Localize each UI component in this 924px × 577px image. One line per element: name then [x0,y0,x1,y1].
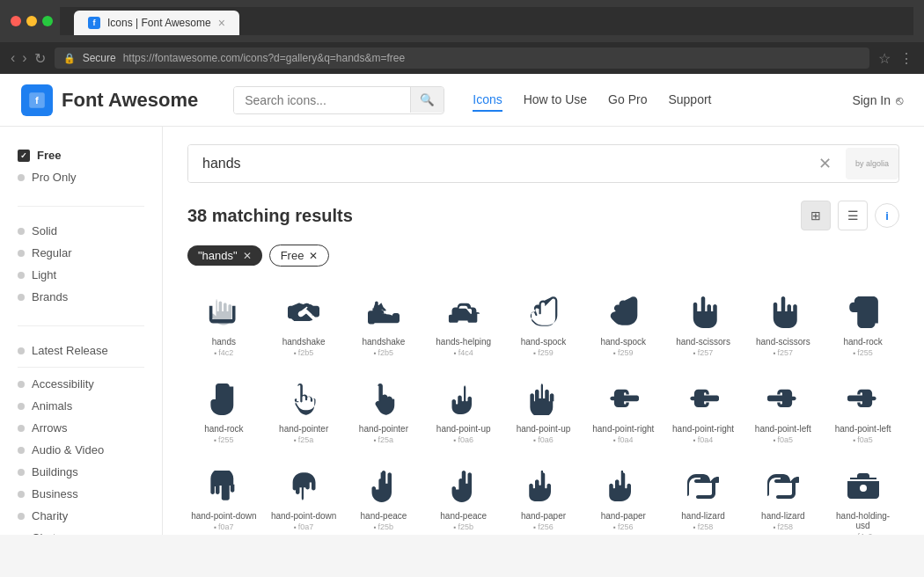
forward-button[interactable]: › [22,50,26,66]
filter-tag-free-close[interactable]: ✕ [309,250,318,262]
icon-item-hand-point-up-1[interactable]: hand-point-up ▪f0a6 [427,371,500,451]
icon-item-hands-helping[interactable]: hands-helping ▪f4c4 [427,284,500,364]
filter-regular[interactable]: Regular [0,242,162,264]
icon-item-hands[interactable]: hands ▪f4c2 [187,284,260,364]
hand-paper-1-icon-name: hand-paper [521,511,566,521]
animals-label: Animals [32,399,72,413]
tab-close-button[interactable]: × [218,16,225,30]
hand-lizard-1-icon-name: hand-lizard [681,511,724,521]
icon-item-hand-peace-1[interactable]: hand-peace ▪f25b [348,458,421,535]
filter-tag-hands[interactable]: "hands" ✕ [187,245,262,266]
filter-brands-label: Brands [32,290,68,303]
accessibility-dot [18,381,25,388]
animals-dot [18,403,25,410]
nav-how-to-use[interactable]: How to Use [524,89,587,112]
sidebar-item-business[interactable]: Business [0,483,162,505]
icon-item-hand-point-right-2[interactable]: hand-point-right ▪f0a4 [667,371,740,451]
hand-rock-1-icon-name: hand-rock [843,337,882,347]
nav-icons[interactable]: Icons [473,89,502,112]
close-button[interactable] [11,16,21,26]
hand-pointer-1-icon-code: ▪f25a [294,435,313,444]
free-checkbox[interactable] [18,150,30,162]
icon-item-hand-point-up-2[interactable]: hand-point-up ▪f0a6 [507,371,580,451]
sidebar-item-arrows[interactable]: Arrows [0,417,162,439]
back-button[interactable]: ‹ [11,50,15,66]
icon-item-hand-spock-2[interactable]: hand-spock ▪f259 [587,284,660,364]
reload-button[interactable]: ↻ [34,50,46,67]
info-button[interactable]: i [875,203,899,228]
main-search-bar[interactable]: ✕ by algolia [187,144,899,183]
icon-item-hand-pointer-1[interactable]: hand-pointer ▪f25a [268,371,341,451]
bookmark-icon[interactable]: ☆ [878,50,891,67]
icon-item-hand-spock-1[interactable]: hand-spock ▪f259 [507,284,580,364]
hand-scissors-icon-2 [764,293,803,332]
icon-item-hand-point-right-1[interactable]: hand-point-right ▪f0a4 [587,371,660,451]
audio-video-dot [18,447,25,454]
filter-light[interactable]: Light [0,264,162,286]
filter-tag-hands-close[interactable]: ✕ [243,250,252,262]
nav-support[interactable]: Support [668,89,711,112]
main-search-input[interactable] [188,145,804,182]
icon-item-hand-scissors-2[interactable]: hand-scissors ▪f257 [746,284,819,364]
main-nav: Icons How to Use Go Pro Support [473,89,711,112]
icon-item-hand-pointer-2[interactable]: hand-pointer ▪f25a [348,371,421,451]
sidebar-item-animals[interactable]: Animals [0,395,162,417]
filter-brands[interactable]: Brands [0,286,162,308]
hand-point-down-icon-1 [204,467,243,506]
nav-go-pro[interactable]: Go Pro [608,89,647,112]
icon-item-hand-rock-1[interactable]: hand-rock ▪f255 [826,284,899,364]
regular-dot [18,250,25,257]
icon-item-hand-lizard-1[interactable]: hand-lizard ▪f258 [667,458,740,535]
sidebar-item-chat[interactable]: Chat [0,527,162,535]
sign-in-button[interactable]: Sign In ⎋ [852,93,903,107]
header-search-box[interactable]: 🔍 [233,86,444,114]
minimize-button[interactable] [26,16,37,26]
hand-point-up-1-icon-code: ▪f0a6 [454,435,473,444]
sidebar-item-audio-video[interactable]: Audio & Video [0,439,162,461]
charity-label: Charity [32,509,68,522]
hands-icon [204,293,243,332]
icon-item-hand-paper-2[interactable]: hand-paper ▪f256 [587,458,660,535]
filter-solid[interactable]: Solid [0,220,162,242]
sidebar-item-charity[interactable]: Charity [0,505,162,527]
sidebar-item-accessibility[interactable]: Accessibility [0,373,162,395]
menu-icon[interactable]: ⋮ [899,50,913,67]
icon-item-hand-point-left-1[interactable]: hand-point-left ▪f0a5 [746,371,819,451]
browser-window: f Icons | Font Awesome × ‹ › ↻ 🔒 Secure … [0,0,924,74]
hand-peace-2-icon-code: ▪f25b [454,522,473,531]
icon-item-handshake-1[interactable]: handshake ▪f2b5 [268,284,341,364]
icon-item-hand-point-left-2[interactable]: hand-point-left ▪f0a5 [826,371,899,451]
filter-free[interactable]: Free [0,144,162,166]
hand-pointer-icon-1 [284,380,323,419]
filter-group-license: Free Pro Only [0,144,162,188]
header-search-input[interactable] [234,87,410,113]
logo: f Font Awesome [21,84,198,116]
icon-item-hand-holding-usd[interactable]: $ hand-holding-usd ▪f4c0 [826,458,899,535]
grid-view-button[interactable]: ⊞ [801,201,831,230]
app-container: f Font Awesome 🔍 Icons How to Use Go Pro… [0,74,924,535]
url-bar[interactable]: 🔒 Secure https://fontawesome.com/icons?d… [55,47,869,69]
icon-item-hand-paper-1[interactable]: hand-paper ▪f256 [507,458,580,535]
filter-tag-hands-text: "hands" [198,249,238,262]
browser-tab[interactable]: f Icons | Font Awesome × [74,11,239,35]
icon-item-hand-rock-2[interactable]: hand-rock ▪f255 [187,371,260,451]
header-search-button[interactable]: 🔍 [410,87,444,113]
icon-item-hand-scissors-1[interactable]: hand-scissors ▪f257 [667,284,740,364]
hand-scissors-1-icon-code: ▪f257 [693,348,713,357]
logo-icon: f [21,84,53,116]
maximize-button[interactable] [42,16,53,26]
hand-paper-icon-1 [524,467,562,506]
icon-item-hand-point-down-2[interactable]: hand-point-down ▪f0a7 [268,458,341,535]
hand-peace-2-icon-name: hand-peace [440,511,487,521]
icon-item-hand-peace-2[interactable]: hand-peace ▪f25b [427,458,500,535]
icon-item-hand-lizard-2[interactable]: hand-lizard ▪f258 [746,458,819,535]
icon-item-handshake-2[interactable]: handshake ▪f2b5 [348,284,421,364]
filter-pro-only[interactable]: Pro Only [0,166,162,188]
handshake-2-icon-code: ▪f2b5 [374,348,393,357]
sidebar-item-latest-release[interactable]: Latest Release [0,340,162,362]
search-clear-button[interactable]: ✕ [804,154,846,173]
list-view-button[interactable]: ☰ [838,201,868,230]
filter-tag-free[interactable]: Free ✕ [269,245,330,267]
sidebar-item-buildings[interactable]: Buildings [0,461,162,483]
icon-item-hand-point-down-1[interactable]: hand-point-down ▪f0a7 [187,458,260,535]
